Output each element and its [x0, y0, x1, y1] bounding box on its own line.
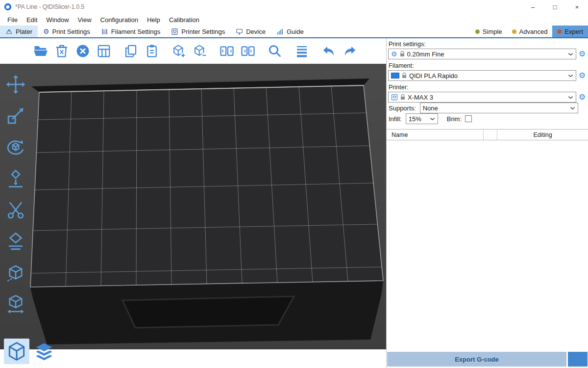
delete-icon	[54, 44, 69, 58]
menu-item-window[interactable]: Window	[42, 16, 73, 24]
add-instance-icon	[172, 44, 186, 58]
menu-item-view[interactable]: View	[74, 16, 96, 24]
mirror-tool-button[interactable]	[3, 291, 28, 317]
tab-plater[interactable]: Plater	[0, 26, 38, 37]
print-settings-select[interactable]: ⚙ 0.20mm Fine	[388, 49, 576, 59]
tab-label: Print Settings	[52, 28, 90, 35]
chevron-down-icon	[570, 106, 575, 110]
toolbar-add-instance-button[interactable]	[170, 42, 188, 60]
filament-select[interactable]: QIDI PLA Rapido	[388, 70, 576, 81]
viewport	[0, 38, 386, 368]
paint-supports-tool-button[interactable]	[3, 229, 28, 254]
supports-label: Supports:	[389, 105, 416, 112]
tab-label: Plater	[16, 28, 32, 35]
object-list-body[interactable]	[387, 140, 588, 349]
top-toolbar	[0, 38, 386, 64]
menu-item-edit[interactable]: Edit	[22, 16, 42, 24]
printer-gear-button[interactable]: ⚙	[577, 92, 587, 103]
close-button[interactable]: ×	[566, 0, 588, 14]
minimize-button[interactable]: –	[522, 0, 544, 14]
gear-icon: ⚙	[579, 72, 586, 79]
tabbar: Plater ⚙ Print Settings Filament Setting…	[0, 26, 588, 38]
toolbar-split-objects-button[interactable]	[218, 42, 236, 60]
printer-label: Printer:	[389, 84, 588, 91]
toolbar-copy-button[interactable]	[122, 42, 140, 60]
toolbar-paste-button[interactable]	[143, 42, 161, 60]
toolbar-open-button[interactable]	[31, 42, 50, 60]
measure-icon	[5, 263, 26, 283]
toolbar-layer-height-button[interactable]	[293, 42, 311, 60]
split-to-parts-icon	[241, 44, 255, 58]
toolbar-delete-all-button[interactable]	[74, 42, 92, 60]
column-header-editing[interactable]: Editing	[497, 130, 588, 140]
printer-settings-icon	[171, 28, 178, 35]
view-3d-button[interactable]	[4, 339, 29, 364]
brim-checkbox[interactable]	[465, 115, 472, 122]
filament-settings-icon	[101, 28, 108, 35]
mode-label: Expert	[564, 28, 583, 35]
filament-value: QIDI PLA Rapido	[409, 72, 458, 79]
mode-advanced[interactable]: Advanced	[507, 26, 553, 37]
titlebar: *PA Line - QIDISlicer-1.0.5 – □ ×	[0, 0, 588, 14]
column-header-name[interactable]: Name	[387, 130, 483, 140]
scale-tool-button[interactable]	[3, 103, 28, 129]
mode-expert[interactable]: Expert	[552, 26, 588, 37]
infill-select[interactable]: 15%	[406, 113, 438, 124]
menu-item-calibration[interactable]: Calibration	[165, 16, 204, 24]
tab-printer-settings[interactable]: Printer Settings	[166, 26, 230, 37]
column-header-spacer	[483, 130, 497, 140]
measure-tool-button[interactable]	[3, 260, 28, 286]
undo-icon	[321, 44, 336, 58]
chevron-down-icon	[568, 53, 573, 56]
object-list-header: Name Editing	[387, 130, 588, 140]
toolbar-delete-button[interactable]	[52, 42, 71, 60]
tab-guide[interactable]: Guide	[271, 26, 309, 37]
tab-device[interactable]: Device	[230, 26, 271, 37]
rotate-tool-button[interactable]	[3, 134, 28, 160]
view-layers-button[interactable]	[31, 339, 57, 364]
tab-filament-settings[interactable]: Filament Settings	[96, 26, 166, 37]
rotate-icon	[5, 137, 26, 158]
paste-icon	[145, 44, 159, 58]
toolbar-search-button[interactable]	[266, 42, 284, 60]
maximize-button[interactable]: □	[544, 0, 566, 14]
place-on-face-tool-button[interactable]	[3, 166, 28, 191]
arrange-icon	[97, 44, 111, 58]
place-on-face-icon	[5, 168, 26, 189]
toolbar-redo-button[interactable]	[341, 42, 359, 60]
menu-item-configuration[interactable]: Configuration	[96, 16, 143, 24]
toolbar-arrange-button[interactable]	[95, 42, 113, 60]
variable-layer-height-icon	[294, 44, 309, 58]
tab-label: Filament Settings	[111, 28, 160, 35]
toolbar-remove-instance-button[interactable]	[191, 42, 209, 60]
gear-icon: ⚙	[579, 93, 586, 101]
canvas-3d[interactable]	[0, 64, 386, 349]
toolbar-undo-button[interactable]	[319, 42, 338, 60]
tab-print-settings[interactable]: ⚙ Print Settings	[38, 26, 96, 37]
infill-label: Infill:	[389, 115, 402, 123]
toolbar-split-parts-button[interactable]	[239, 42, 257, 60]
expert-mode-dot-icon	[557, 29, 562, 34]
export-gcode-button[interactable]: Export G-code	[387, 352, 566, 367]
tab-label: Printer Settings	[181, 28, 225, 35]
menu-item-file[interactable]: File	[3, 16, 22, 24]
open-folder-icon	[33, 44, 48, 58]
tabbar-spacer	[309, 26, 470, 37]
print-settings-gear-button[interactable]: ⚙	[577, 49, 587, 59]
mode-label: Simple	[483, 28, 502, 35]
search-icon	[268, 44, 282, 58]
printer-select[interactable]: X-MAX 3	[388, 92, 576, 103]
menu-item-help[interactable]: Help	[143, 16, 165, 24]
mode-simple[interactable]: Simple	[470, 26, 507, 37]
guide-icon	[276, 28, 284, 35]
filament-gear-button[interactable]: ⚙	[577, 70, 587, 81]
split-to-objects-icon	[220, 44, 234, 58]
layers-view-icon	[33, 341, 55, 362]
export-options-button[interactable]	[568, 352, 588, 367]
chevron-down-icon	[568, 74, 573, 78]
move-tool-button[interactable]	[3, 72, 28, 97]
supports-select[interactable]: None	[420, 103, 578, 113]
scale-icon	[5, 105, 26, 126]
cut-tool-button[interactable]	[3, 197, 28, 223]
build-plate-scene	[0, 64, 386, 349]
